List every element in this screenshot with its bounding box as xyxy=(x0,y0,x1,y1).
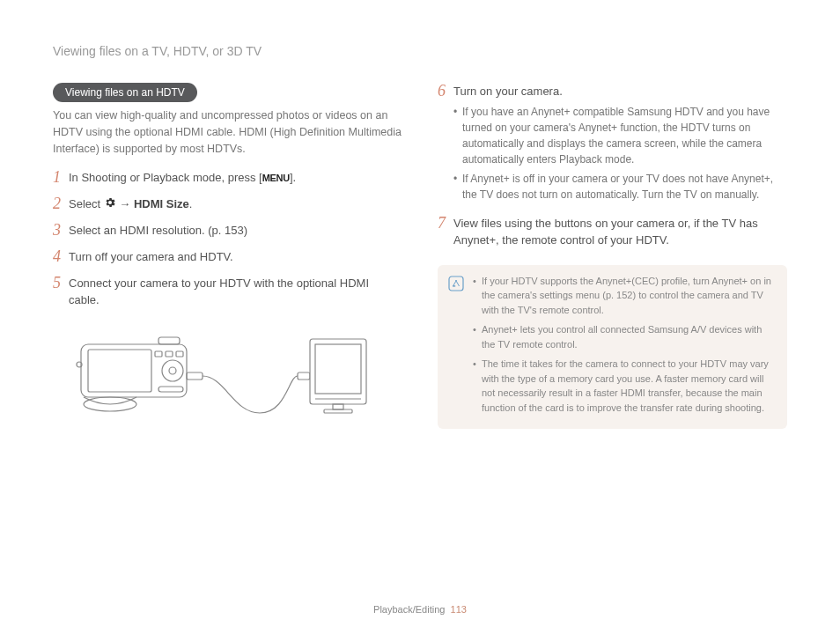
step-3: 3 Select an HDMI resolution. (p. 153) xyxy=(53,222,402,240)
section-intro: You can view high-quality and uncompress… xyxy=(53,107,402,157)
step-7: 7 View files using the buttons on your c… xyxy=(438,215,787,249)
step-text: ]. xyxy=(290,171,296,184)
step-body: Connect your camera to your HDTV with th… xyxy=(69,275,402,309)
step-body: View files using the buttons on your cam… xyxy=(453,215,787,249)
svg-rect-8 xyxy=(158,337,180,344)
step-text: → xyxy=(116,197,134,210)
footer-section: Playback/Editing xyxy=(373,604,445,615)
step-body: Select an HDMI resolution. (p. 153) xyxy=(69,222,402,240)
step-body: Turn off your camera and HDTV. xyxy=(69,248,402,266)
note-icon xyxy=(448,276,464,291)
right-column: 6 Turn on your camera. If you have an An… xyxy=(438,83,787,431)
step-text: . xyxy=(189,197,193,210)
svg-rect-16 xyxy=(333,404,343,409)
page: Viewing files on a TV, HDTV, or 3D TV Vi… xyxy=(0,0,840,634)
note-item: The time it takes for the camera to conn… xyxy=(473,357,775,415)
note-item: Anynet+ lets you control all connected S… xyxy=(473,322,775,351)
step-5: 5 Connect your camera to your HDTV with … xyxy=(53,275,402,309)
svg-rect-18 xyxy=(449,276,463,291)
steps-list-right: 6 Turn on your camera. If you have an An… xyxy=(438,83,787,249)
svg-rect-12 xyxy=(298,372,310,380)
page-footer: Playback/Editing 113 xyxy=(0,604,840,615)
step-sub-item: If Anynet+ is off in your camera or your… xyxy=(453,171,787,203)
step-number: 7 xyxy=(438,215,453,232)
page-header: Viewing files on a TV, HDTV, or 3D TV xyxy=(53,44,787,58)
step-number: 1 xyxy=(53,169,69,187)
menu-icon: MENU xyxy=(262,173,290,183)
step-text: Select xyxy=(69,197,104,210)
step-6: 6 Turn on your camera. If you have an An… xyxy=(438,83,787,206)
left-column: Viewing files on an HDTV You can view hi… xyxy=(53,83,402,431)
step-1: 1 In Shooting or Playback mode, press [M… xyxy=(53,169,402,187)
step-number: 2 xyxy=(53,195,69,213)
step-number: 5 xyxy=(53,275,69,292)
step-number: 4 xyxy=(53,248,69,266)
step-4: 4 Turn off your camera and HDTV. xyxy=(53,248,402,266)
svg-rect-19 xyxy=(453,285,455,286)
step-text-bold: HDMI Size xyxy=(134,197,189,210)
note-list: If your HDTV supports the Anynet+(CEC) p… xyxy=(473,274,775,421)
gear-icon xyxy=(104,196,116,214)
svg-rect-17 xyxy=(324,409,352,413)
footer-page-number: 113 xyxy=(451,604,467,615)
svg-rect-0 xyxy=(81,344,187,397)
svg-rect-13 xyxy=(310,339,366,404)
note-box: If your HDTV supports the Anynet+(CEC) p… xyxy=(438,265,787,430)
step-body: Turn on your camera. If you have an Anyn… xyxy=(453,83,787,206)
note-item: If your HDTV supports the Anynet+(CEC) p… xyxy=(473,274,775,318)
step-number: 3 xyxy=(53,222,69,240)
step-body: Select → HDMI Size. xyxy=(69,195,402,213)
section-pill: Viewing files on an HDTV xyxy=(53,83,197,102)
step-text: Turn on your camera. xyxy=(453,85,563,98)
steps-list-left: 1 In Shooting or Playback mode, press [M… xyxy=(53,169,402,309)
svg-rect-11 xyxy=(187,372,203,380)
step-body: In Shooting or Playback mode, press [MEN… xyxy=(69,169,402,187)
step-sub-item: If you have an Anynet+ compatible Samsun… xyxy=(453,104,787,167)
step-sub-list: If you have an Anynet+ compatible Samsun… xyxy=(453,104,787,203)
connection-illustration xyxy=(70,325,370,431)
step-number: 6 xyxy=(438,83,453,100)
step-2: 2 Select → HDMI Size. xyxy=(53,195,402,213)
content-columns: Viewing files on an HDTV You can view hi… xyxy=(53,83,787,431)
step-text: In Shooting or Playback mode, press [ xyxy=(69,171,262,184)
